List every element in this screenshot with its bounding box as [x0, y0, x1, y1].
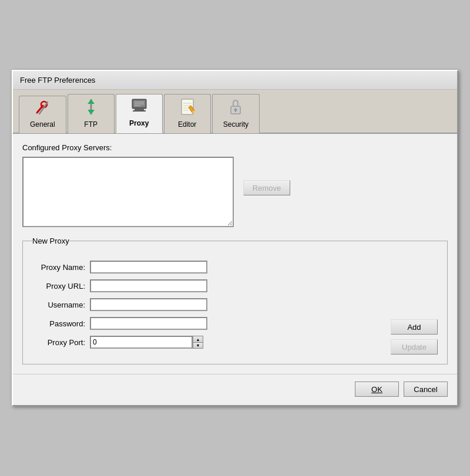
port-row: ▲ ▼	[90, 336, 203, 349]
proxy-url-row: Proxy URL:	[32, 279, 379, 292]
svg-marker-4	[88, 99, 95, 104]
password-label: Password:	[32, 319, 85, 328]
configured-label: Configured Proxy Servers:	[22, 143, 448, 152]
svg-marker-5	[88, 110, 95, 114]
bottom-bar: OK Cancel	[13, 374, 457, 405]
proxy-port-label: Proxy Port:	[32, 338, 85, 347]
tab-general-label: General	[30, 120, 55, 129]
password-row: Password:	[32, 317, 379, 330]
proxy-url-label: Proxy URL:	[32, 282, 85, 291]
tab-ftp-label: FTP	[84, 120, 98, 129]
svg-rect-9	[133, 110, 146, 112]
proxy-name-label: Proxy Name:	[32, 263, 85, 272]
svg-rect-22	[235, 110, 236, 112]
editor-icon	[179, 98, 196, 119]
ftp-icon	[84, 98, 98, 119]
add-button[interactable]: Add	[391, 319, 438, 335]
proxy-list[interactable]	[22, 157, 234, 227]
tab-proxy-label: Proxy	[129, 119, 149, 127]
proxy-icon	[130, 98, 149, 117]
tab-editor-label: Editor	[178, 120, 196, 129]
password-input[interactable]	[90, 317, 207, 330]
tab-ftp[interactable]: FTP	[68, 94, 115, 133]
cancel-label: Cancel	[414, 385, 437, 394]
new-proxy-group: New Proxy Proxy Name: Proxy URL:	[22, 237, 448, 364]
tab-proxy[interactable]: Proxy	[116, 94, 163, 133]
title-bar: Free FTP Preferences	[13, 71, 457, 90]
svg-rect-8	[135, 109, 144, 110]
window-title: Free FTP Preferences	[20, 76, 95, 85]
main-window: Free FTP Preferences General	[12, 70, 458, 406]
cancel-button[interactable]: Cancel	[404, 382, 448, 397]
port-up-button[interactable]: ▲	[193, 336, 203, 342]
tab-general[interactable]: General	[19, 96, 66, 133]
form-rows-wrapper: Proxy Name: Proxy URL: Username:	[32, 261, 438, 355]
proxy-port-row: Proxy Port: ▲ ▼	[32, 336, 379, 349]
content-area: Configured Proxy Servers: Remove New Pro…	[13, 134, 457, 374]
ok-label: OK	[371, 385, 382, 394]
tab-security-label: Security	[223, 120, 249, 129]
tab-editor[interactable]: Editor	[164, 94, 211, 133]
port-down-button[interactable]: ▼	[193, 342, 203, 349]
remove-button[interactable]: Remove	[243, 180, 290, 195]
form-right-buttons: Add Update	[391, 261, 438, 355]
proxy-name-input[interactable]	[90, 261, 207, 274]
general-icon	[33, 100, 51, 119]
proxy-list-section: Remove	[22, 157, 448, 227]
username-input[interactable]	[90, 298, 207, 311]
username-label: Username:	[32, 301, 85, 309]
tabs-bar: General FTP	[13, 90, 457, 134]
username-row: Username:	[32, 298, 379, 311]
tab-security[interactable]: Security	[212, 94, 260, 133]
security-icon	[228, 98, 243, 119]
new-proxy-legend: New Proxy	[32, 237, 69, 245]
ok-button[interactable]: OK	[355, 382, 399, 397]
form-fields: Proxy Name: Proxy URL: Username:	[32, 261, 379, 355]
proxy-name-row: Proxy Name:	[32, 261, 379, 274]
port-spinner: ▲ ▼	[193, 336, 203, 349]
update-button[interactable]: Update	[391, 339, 438, 355]
proxy-url-input[interactable]	[90, 279, 207, 292]
proxy-port-input[interactable]	[90, 336, 193, 349]
